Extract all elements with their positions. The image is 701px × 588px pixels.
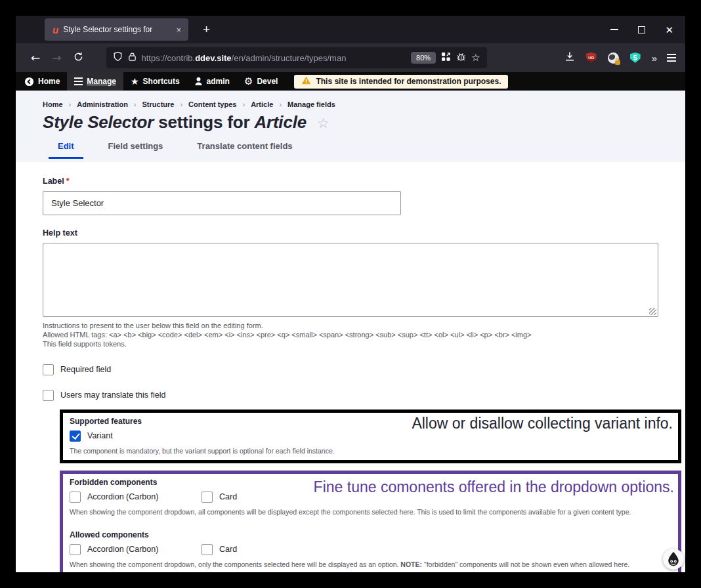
supported-features-section: Allow or disallow collecting variant inf… bbox=[60, 410, 681, 463]
toolbar-item-manage[interactable]: Manage bbox=[67, 72, 123, 91]
required-field-label: Required field bbox=[60, 365, 111, 374]
variant-annotation-text: Allow or disallow collecting variant inf… bbox=[412, 415, 673, 432]
close-tab-icon[interactable]: × bbox=[174, 25, 183, 35]
toolbar-item-home[interactable]: Home bbox=[17, 72, 67, 91]
help-text-descriptions: Instructions to present to the user belo… bbox=[43, 322, 685, 349]
browser-window: u Style Selector settings for × + ✕ ← → … bbox=[16, 16, 685, 572]
forbidden-card-checkbox[interactable] bbox=[202, 492, 213, 503]
toolbar-item-shortcuts[interactable]: ★ Shortcuts bbox=[123, 72, 187, 91]
favorite-star-icon[interactable]: ☆ bbox=[317, 116, 329, 131]
downloads-icon[interactable] bbox=[564, 51, 575, 64]
new-tab-button[interactable]: + bbox=[199, 22, 214, 37]
translate-field-label: Users may translate this field bbox=[60, 390, 165, 400]
browser-tab[interactable]: u Style Selector settings for × bbox=[45, 18, 188, 41]
allowed-components-options: Accordion (Carbon) Card bbox=[70, 544, 671, 555]
breadcrumb-link[interactable]: Content types bbox=[188, 100, 236, 108]
demo-warning-banner: This site is intended for demonstration … bbox=[294, 75, 508, 89]
primary-tabs: Edit Field settings Translate content fi… bbox=[43, 141, 685, 159]
supported-features-description: The component is mandatory, but the vari… bbox=[70, 447, 671, 455]
minimize-icon[interactable] bbox=[610, 29, 618, 30]
forbidden-accordion-checkbox[interactable] bbox=[70, 492, 81, 503]
tab-field-settings[interactable]: Field settings bbox=[99, 141, 173, 159]
label-field-label: Label* bbox=[43, 177, 685, 186]
allowed-option-card: Card bbox=[202, 544, 333, 555]
required-marker: * bbox=[66, 177, 70, 186]
overflow-menu-icon[interactable]: » bbox=[652, 52, 656, 64]
components-section: Fine tune comonents offered in the dropd… bbox=[60, 471, 681, 572]
url-text: https://contrib.ddev.site/en/admin/struc… bbox=[142, 53, 406, 63]
back-to-site-icon bbox=[24, 77, 34, 87]
tab-title: Style Selector settings for bbox=[63, 25, 174, 34]
breadcrumb-separator: › bbox=[279, 100, 282, 108]
bookmark-star-icon[interactable]: ☆ bbox=[471, 52, 480, 64]
forbidden-components-description: When showing the component dropdown, all… bbox=[70, 508, 671, 516]
allowed-accordion-checkbox[interactable] bbox=[70, 544, 81, 555]
allowed-components-description: When showing the component dropdown, onl… bbox=[70, 560, 671, 568]
breadcrumb-link[interactable]: Article bbox=[251, 100, 273, 108]
bug-icon[interactable] bbox=[456, 52, 466, 64]
note-label: NOTE: bbox=[400, 560, 422, 568]
breadcrumb-separator: › bbox=[134, 100, 137, 108]
drupal-admin-toolbar: Home Manage ★ Shortcuts admin ⚙ Devel Th… bbox=[16, 72, 685, 91]
tab-edit[interactable]: Edit bbox=[49, 141, 83, 159]
allowed-option-accordion: Accordion (Carbon) bbox=[70, 544, 202, 555]
lock-icon[interactable] bbox=[128, 52, 137, 64]
containers-grid-icon[interactable] bbox=[441, 52, 451, 64]
label-input[interactable] bbox=[43, 191, 401, 215]
back-icon[interactable]: ← bbox=[25, 51, 46, 64]
help-text-textarea[interactable] bbox=[43, 243, 658, 317]
allowed-card-checkbox[interactable] bbox=[202, 544, 213, 555]
manage-menu-icon bbox=[74, 77, 83, 85]
breadcrumb-link[interactable]: Administration bbox=[77, 100, 128, 108]
url-bar[interactable]: https://contrib.ddev.site/en/admin/struc… bbox=[106, 47, 487, 68]
components-annotation-text: Fine tune comonents offered in the dropd… bbox=[314, 478, 674, 496]
breadcrumb-separator: › bbox=[180, 100, 182, 108]
zoom-level-badge[interactable]: 80% bbox=[411, 52, 436, 64]
breadcrumb-link[interactable]: Structure bbox=[142, 100, 175, 108]
translate-field-checkbox[interactable] bbox=[43, 390, 54, 401]
required-field-checkbox[interactable] bbox=[43, 364, 54, 375]
privacy-extension-icon[interactable] bbox=[608, 52, 619, 64]
variant-label: Variant bbox=[87, 431, 113, 440]
tab-translate-content-fields[interactable]: Translate content fields bbox=[188, 141, 301, 159]
umami-favicon-icon: u bbox=[53, 24, 58, 35]
gear-icon: ⚙ bbox=[244, 75, 253, 87]
breadcrumb: Home › Administration › Structure › Cont… bbox=[43, 100, 685, 108]
form-content: Label* Help text Instructions to present… bbox=[16, 162, 685, 572]
maximize-icon[interactable] bbox=[638, 26, 645, 33]
variant-checkbox[interactable] bbox=[70, 430, 81, 442]
breadcrumb-link[interactable]: Home bbox=[43, 100, 63, 108]
ublock-origin-icon[interactable]: UO bbox=[586, 52, 597, 63]
forbidden-option-accordion: Accordion (Carbon) bbox=[70, 492, 202, 503]
toolbar-item-user[interactable]: admin bbox=[187, 72, 237, 91]
toolbar-right-icons: UO 5 » bbox=[564, 51, 676, 64]
druplicon-devel-icon[interactable] bbox=[663, 549, 684, 570]
translate-field-row: Users may translate this field bbox=[43, 390, 685, 401]
forward-icon[interactable]: → bbox=[46, 51, 67, 64]
shortcuts-star-icon: ★ bbox=[131, 76, 139, 87]
html5-extension-icon[interactable]: 5 bbox=[630, 52, 641, 63]
user-icon bbox=[194, 77, 203, 86]
page-title: Style Selector settings for Article ☆ bbox=[43, 112, 685, 133]
breadcrumb-link[interactable]: Manage fields bbox=[287, 100, 335, 108]
help-text-field-label: Help text bbox=[43, 228, 685, 238]
page-header: Home › Administration › Structure › Cont… bbox=[16, 91, 685, 162]
nav-toolbar: ← → https://contrib.ddev.site/en/admin/s… bbox=[16, 43, 685, 72]
reload-icon[interactable] bbox=[68, 51, 89, 64]
tab-bar: u Style Selector settings for × + ✕ bbox=[16, 16, 685, 43]
breadcrumb-separator: › bbox=[69, 100, 72, 108]
window-controls: ✕ bbox=[610, 26, 673, 33]
tracking-shield-icon[interactable] bbox=[113, 51, 123, 64]
required-field-row: Required field bbox=[43, 364, 685, 375]
app-menu-icon[interactable] bbox=[667, 54, 676, 61]
allowed-components-heading: Allowed components bbox=[70, 530, 671, 539]
resize-grip-icon[interactable] bbox=[649, 308, 656, 315]
toolbar-item-devel[interactable]: ⚙ Devel bbox=[237, 72, 285, 91]
warning-triangle-icon bbox=[301, 76, 311, 87]
close-window-icon[interactable]: ✕ bbox=[665, 26, 673, 33]
breadcrumb-separator: › bbox=[242, 100, 245, 108]
page-viewport: Home › Administration › Structure › Cont… bbox=[16, 91, 685, 572]
